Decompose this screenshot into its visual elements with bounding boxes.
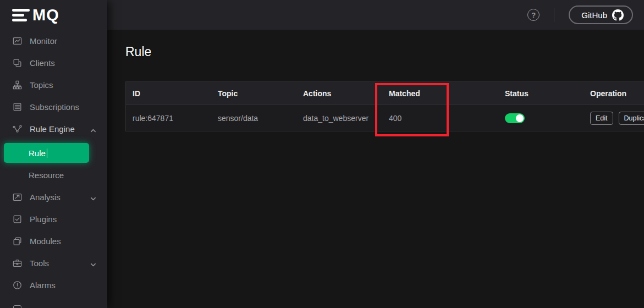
sidebar-item-alarms[interactable]: Alarms [0,274,107,296]
sidebar-item-label: Alarms [30,280,56,290]
analysis-icon [12,192,23,202]
github-octocat-icon [612,9,624,21]
chevron-up-icon[interactable] [90,126,96,132]
column-header-topic: Topic [211,89,296,98]
sidebar-item-label: Tools [30,258,49,268]
rule-matched-cell: 400 [382,114,498,123]
sidebar-item-label: Analysis [30,193,60,202]
settings-icon-partial [13,305,21,308]
sidebar-subitem-resource[interactable]: Resource [0,164,107,186]
column-header-actions: Actions [296,89,382,98]
sidebar-item-label: Monitor [30,36,57,46]
rule-topic-cell: sensor/data [211,114,296,123]
duplicate-button[interactable]: Duplicate [619,112,644,125]
help-glyph: ? [531,11,536,19]
column-header-id: ID [126,89,211,98]
rule-actions-cell: data_to_webserver [296,114,382,123]
sidebar-item-modules[interactable]: Modules [0,230,107,252]
sidebar-item-label: Modules [30,237,61,246]
sidebar-item-label: Clients [30,58,55,68]
sidebar-item-tools[interactable]: Tools [0,252,107,274]
alarms-icon [12,280,23,290]
clients-icon [12,58,23,68]
modules-icon [12,236,23,246]
table-header-row: ID Topic Actions Matched Status Operatio… [126,82,644,105]
rule-table: ID Topic Actions Matched Status Operatio… [125,81,644,131]
column-header-operation: Operation [584,89,644,98]
sidebar-subitem-label: Rule [29,148,46,158]
plugins-icon [12,214,23,224]
edit-button[interactable]: Edit [590,112,613,125]
sidebar-item-clients[interactable]: Clients [0,52,107,74]
sidebar-item-topics[interactable]: Topics [0,74,107,96]
monitor-icon [12,36,23,46]
rule-engine-icon [12,124,23,134]
github-button-label: GitHub [581,10,607,20]
toggle-knob [516,114,524,122]
sidebar-item-analysis[interactable]: Analysis [0,186,107,208]
sidebar-item-subscriptions[interactable]: Subscriptions [0,96,107,118]
sidebar-item-label: Plugins [30,215,57,224]
column-header-status: Status [498,89,584,98]
sidebar-menu: Monitor Clients Topics Subscriptions Rul… [0,30,107,296]
github-button[interactable]: GitHub [569,6,633,24]
column-header-matched: Matched [382,89,498,98]
sidebar-item-rule-engine[interactable]: Rule Engine [0,118,107,140]
table-row: rule:647871 sensor/data data_to_webserve… [126,105,644,131]
sidebar-subitem-label: Resource [29,170,64,180]
status-toggle[interactable] [505,113,525,123]
logo-text: MQ [32,7,59,23]
operation-cell: Edit Duplicate [584,112,644,125]
sidebar-item-plugins[interactable]: Plugins [0,208,107,230]
sidebar: MQ Monitor Clients Topics Subscriptions [0,0,107,308]
tools-icon [12,258,23,268]
main-content: Rule ID Topic Actions Matched Status Ope… [107,30,644,308]
rule-id-link[interactable]: rule:647871 [126,114,211,123]
sidebar-subitem-rule-active[interactable]: Rule [4,143,89,163]
emq-bars-icon [12,9,30,21]
sidebar-item-label: Rule Engine [30,124,75,134]
sidebar-item-monitor[interactable]: Monitor [0,30,107,52]
page-title: Rule [125,45,644,59]
sidebar-item-label: Subscriptions [30,102,79,112]
help-icon[interactable]: ? [527,9,540,21]
topics-icon [12,80,23,90]
text-caret [47,148,48,158]
topbar-divider [554,8,554,22]
emq-logo[interactable]: MQ [0,0,107,30]
chevron-down-icon[interactable] [90,260,96,266]
topbar: ? GitHub [107,0,644,30]
sidebar-item-label: Topics [30,80,53,90]
subscriptions-icon [12,102,23,112]
chevron-down-icon[interactable] [90,194,96,200]
